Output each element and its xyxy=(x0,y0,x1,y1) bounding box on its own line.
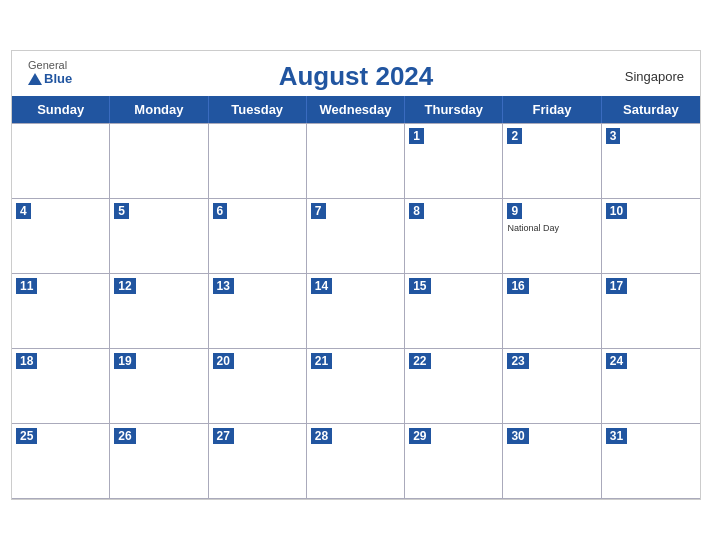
cell-date-number: 3 xyxy=(606,128,621,144)
calendar-cell: 4 xyxy=(12,199,110,274)
logo-triangle-icon xyxy=(28,73,42,85)
cell-date-number: 7 xyxy=(311,203,326,219)
calendar-cell: 29 xyxy=(405,424,503,499)
cell-date-number: 11 xyxy=(16,278,37,294)
cell-date-number: 19 xyxy=(114,353,135,369)
calendar-cell: 3 xyxy=(602,124,700,199)
calendar-cell: 30 xyxy=(503,424,601,499)
cell-date-number: 27 xyxy=(213,428,234,444)
calendar-container: General Blue August 2024 Singapore Sunda… xyxy=(11,50,701,500)
day-header-monday: Monday xyxy=(110,96,208,123)
logo-blue-text: Blue xyxy=(28,71,72,86)
cell-date-number: 23 xyxy=(507,353,528,369)
calendar-cell: 1 xyxy=(405,124,503,199)
calendar-cell: 16 xyxy=(503,274,601,349)
calendar-cell: 31 xyxy=(602,424,700,499)
calendar-cell: 15 xyxy=(405,274,503,349)
calendar-cell: 17 xyxy=(602,274,700,349)
calendar-cell xyxy=(12,124,110,199)
calendar-title: August 2024 xyxy=(279,61,434,92)
calendar-cell: 22 xyxy=(405,349,503,424)
cell-date-number: 13 xyxy=(213,278,234,294)
cell-date-number: 29 xyxy=(409,428,430,444)
cell-date-number: 14 xyxy=(311,278,332,294)
day-header-friday: Friday xyxy=(503,96,601,123)
calendar-cell: 13 xyxy=(209,274,307,349)
cell-date-number: 20 xyxy=(213,353,234,369)
day-header-tuesday: Tuesday xyxy=(209,96,307,123)
calendar-cell: 9National Day xyxy=(503,199,601,274)
calendar-cell: 7 xyxy=(307,199,405,274)
day-header-wednesday: Wednesday xyxy=(307,96,405,123)
calendar-cell: 21 xyxy=(307,349,405,424)
cell-date-number: 15 xyxy=(409,278,430,294)
calendar-cell xyxy=(110,124,208,199)
calendar-cell: 5 xyxy=(110,199,208,274)
cell-date-number: 21 xyxy=(311,353,332,369)
calendar-cell: 23 xyxy=(503,349,601,424)
cell-date-number: 26 xyxy=(114,428,135,444)
cell-date-number: 5 xyxy=(114,203,129,219)
calendar-cell: 8 xyxy=(405,199,503,274)
day-header-sunday: Sunday xyxy=(12,96,110,123)
cell-date-number: 4 xyxy=(16,203,31,219)
cell-date-number: 10 xyxy=(606,203,627,219)
day-headers-row: SundayMondayTuesdayWednesdayThursdayFrid… xyxy=(12,96,700,123)
calendar-cell: 26 xyxy=(110,424,208,499)
calendar-cell: 18 xyxy=(12,349,110,424)
cell-date-number: 12 xyxy=(114,278,135,294)
cell-date-number: 16 xyxy=(507,278,528,294)
calendar-cell: 11 xyxy=(12,274,110,349)
calendar-cell: 20 xyxy=(209,349,307,424)
cell-date-number: 2 xyxy=(507,128,522,144)
cell-date-number: 6 xyxy=(213,203,228,219)
calendar-cell: 27 xyxy=(209,424,307,499)
calendar-cell: 14 xyxy=(307,274,405,349)
country-label: Singapore xyxy=(625,69,684,84)
calendar-cell: 10 xyxy=(602,199,700,274)
calendar-cell: 28 xyxy=(307,424,405,499)
cell-date-number: 9 xyxy=(507,203,522,219)
calendar-cell: 19 xyxy=(110,349,208,424)
cell-date-number: 24 xyxy=(606,353,627,369)
calendar-cell xyxy=(307,124,405,199)
calendar-cell: 24 xyxy=(602,349,700,424)
calendar-cell: 2 xyxy=(503,124,601,199)
logo-general-text: General xyxy=(28,59,67,71)
cell-date-number: 1 xyxy=(409,128,424,144)
cell-date-number: 18 xyxy=(16,353,37,369)
day-header-saturday: Saturday xyxy=(602,96,700,123)
calendar-cell xyxy=(209,124,307,199)
cell-date-number: 28 xyxy=(311,428,332,444)
calendar-cell: 12 xyxy=(110,274,208,349)
cell-date-number: 31 xyxy=(606,428,627,444)
day-header-thursday: Thursday xyxy=(405,96,503,123)
cell-date-number: 17 xyxy=(606,278,627,294)
calendar-header: General Blue August 2024 Singapore xyxy=(12,51,700,96)
calendar-cell: 6 xyxy=(209,199,307,274)
cell-event: National Day xyxy=(507,223,596,235)
cell-date-number: 30 xyxy=(507,428,528,444)
cell-date-number: 22 xyxy=(409,353,430,369)
calendar-cell: 25 xyxy=(12,424,110,499)
calendar-grid: 123456789National Day1011121314151617181… xyxy=(12,123,700,499)
cell-date-number: 25 xyxy=(16,428,37,444)
cell-date-number: 8 xyxy=(409,203,424,219)
logo-area: General Blue xyxy=(28,59,72,86)
